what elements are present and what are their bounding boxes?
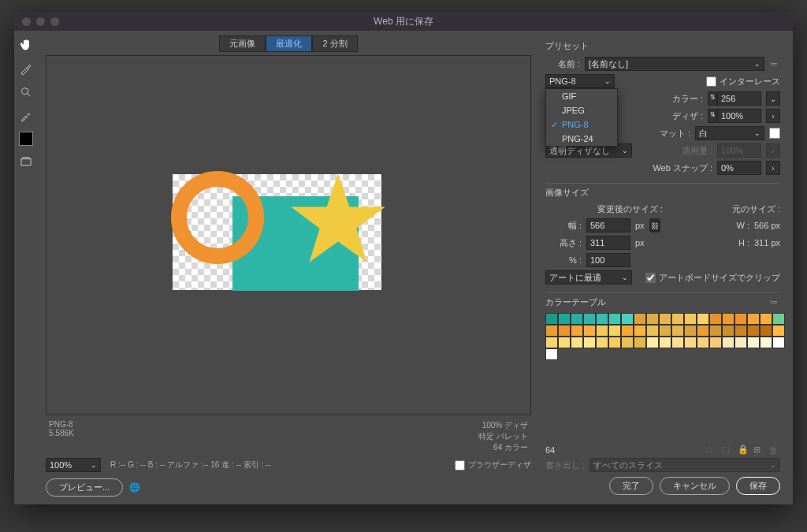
preset-menu-icon[interactable]: ≔ <box>769 59 780 69</box>
color-swatch-cell[interactable] <box>772 337 785 348</box>
color-swatch-cell[interactable] <box>571 313 583 325</box>
color-swatch-cell[interactable] <box>760 325 772 337</box>
lock-icon[interactable]: 🔒 <box>738 445 749 455</box>
cancel-button[interactable]: キャンセル <box>660 477 730 495</box>
format-option-png24[interactable]: PNG-24 <box>546 132 617 146</box>
link-dimensions-icon[interactable]: ⛓ <box>649 218 660 233</box>
color-swatch-cell[interactable] <box>684 313 697 325</box>
color-swatch-cell[interactable] <box>697 313 709 325</box>
done-button[interactable]: 完了 <box>609 477 653 495</box>
format-option-png8[interactable]: ✓PNG-8 <box>546 117 617 132</box>
color-swatch-cell[interactable] <box>684 337 697 348</box>
zoom-tool[interactable] <box>18 84 34 100</box>
color-swatch-cell[interactable] <box>583 325 596 337</box>
color-swatch-cell[interactable] <box>621 325 634 337</box>
color-swatch-cell[interactable] <box>634 313 646 325</box>
color-swatch[interactable] <box>19 132 33 146</box>
color-swatch-cell[interactable] <box>545 337 558 348</box>
percent-input[interactable]: 100 <box>586 253 630 267</box>
hand-tool[interactable] <box>18 37 34 53</box>
color-swatch-cell[interactable] <box>545 325 558 337</box>
color-swatch-cell[interactable] <box>697 337 709 348</box>
color-swatch-cell[interactable] <box>722 313 734 325</box>
tab-2up[interactable]: 2 分割 <box>312 35 357 52</box>
color-swatch-cell[interactable] <box>760 313 772 325</box>
preset-name-select[interactable]: [名前なし]⌄ <box>585 57 764 71</box>
color-swatch-cell[interactable] <box>646 313 659 325</box>
color-swatch-cell[interactable] <box>709 313 722 325</box>
width-input[interactable]: 566 <box>586 218 630 233</box>
color-swatch-cell[interactable] <box>571 325 583 337</box>
browser-dither-checkbox[interactable]: ブラウザーディザ <box>455 459 531 471</box>
color-swatch-cell[interactable] <box>608 325 621 337</box>
color-swatch-cell[interactable] <box>722 337 734 348</box>
zoom-window-button[interactable] <box>50 17 59 26</box>
color-swatch-cell[interactable] <box>558 313 571 325</box>
color-dropdown-button[interactable]: ⌄ <box>766 91 780 106</box>
color-swatch-cell[interactable] <box>558 337 571 348</box>
color-swatch-cell[interactable] <box>621 313 634 325</box>
slice-visibility-tool[interactable] <box>18 154 34 169</box>
preview-canvas[interactable] <box>46 55 531 415</box>
eyedropper-tool[interactable] <box>18 108 34 124</box>
color-swatch-cell[interactable] <box>596 337 608 348</box>
color-swatch-cell[interactable] <box>659 313 671 325</box>
color-swatch-cell[interactable] <box>734 325 747 337</box>
matte-swatch[interactable] <box>769 128 780 139</box>
color-swatch-cell[interactable] <box>545 348 558 360</box>
dither-slider-button[interactable]: › <box>766 109 780 123</box>
color-swatch-cell[interactable] <box>671 325 684 337</box>
color-swatch-cell[interactable] <box>646 337 659 348</box>
color-swatch-cell[interactable] <box>684 325 697 337</box>
color-swatch-cell[interactable] <box>634 325 646 337</box>
color-swatch-cell[interactable] <box>659 337 671 348</box>
color-swatch-cell[interactable] <box>621 337 634 348</box>
color-count-input[interactable]: 256 <box>717 91 761 106</box>
new-swatch-icon[interactable]: ⊞ <box>753 445 764 455</box>
color-swatch-cell[interactable] <box>634 337 646 348</box>
format-option-gif[interactable]: GIF <box>546 89 617 103</box>
color-swatch-cell[interactable] <box>747 313 760 325</box>
color-swatch-cell[interactable] <box>734 337 747 348</box>
close-window-button[interactable] <box>22 17 31 26</box>
color-swatch-cell[interactable] <box>747 337 760 348</box>
color-swatch-cell[interactable] <box>709 325 722 337</box>
websnap-slider-button[interactable]: › <box>766 161 780 175</box>
color-swatch-cell[interactable] <box>608 313 621 325</box>
color-swatch-cell[interactable] <box>608 337 621 348</box>
color-swatch-cell[interactable] <box>596 325 608 337</box>
color-swatch-cell[interactable] <box>659 325 671 337</box>
height-input[interactable]: 311 <box>586 236 630 250</box>
websnap-input[interactable]: 0% <box>717 161 761 175</box>
color-swatch-cell[interactable] <box>697 325 709 337</box>
color-swatch-cell[interactable] <box>709 337 722 348</box>
tab-original[interactable]: 元画像 <box>219 35 266 52</box>
color-table[interactable] <box>545 313 785 360</box>
color-swatch-cell[interactable] <box>545 313 558 325</box>
color-swatch-cell[interactable] <box>772 325 785 337</box>
color-swatch-cell[interactable] <box>583 313 596 325</box>
dither-input[interactable]: 100% <box>717 109 761 123</box>
color-swatch-cell[interactable] <box>671 313 684 325</box>
minimize-window-button[interactable] <box>36 17 45 26</box>
globe-icon[interactable]: 🌐 <box>129 482 140 493</box>
color-swatch-cell[interactable] <box>747 325 760 337</box>
color-table-menu-icon[interactable]: ≔ <box>769 297 780 307</box>
slice-tool[interactable] <box>18 61 34 76</box>
color-swatch-cell[interactable] <box>760 337 772 348</box>
color-swatch-cell[interactable] <box>734 313 747 325</box>
color-swatch-cell[interactable] <box>596 313 608 325</box>
interlace-checkbox[interactable]: インターレース <box>706 76 780 87</box>
color-swatch-cell[interactable] <box>671 337 684 348</box>
color-swatch-cell[interactable] <box>571 337 583 348</box>
zoom-select[interactable]: 100%⌄ <box>46 458 101 472</box>
format-select[interactable]: PNG-8⌄ <box>545 74 615 88</box>
color-swatch-cell[interactable] <box>722 325 734 337</box>
format-option-jpeg[interactable]: JPEG <box>546 103 617 117</box>
color-swatch-cell[interactable] <box>558 325 571 337</box>
fit-select[interactable]: アートに最適⌄ <box>545 270 632 285</box>
preview-button[interactable]: プレビュー... <box>46 478 123 497</box>
clip-checkbox[interactable]: アートボードサイズでクリップ <box>645 272 780 284</box>
color-swatch-cell[interactable] <box>583 337 596 348</box>
tab-optimized[interactable]: 最適化 <box>266 35 312 52</box>
